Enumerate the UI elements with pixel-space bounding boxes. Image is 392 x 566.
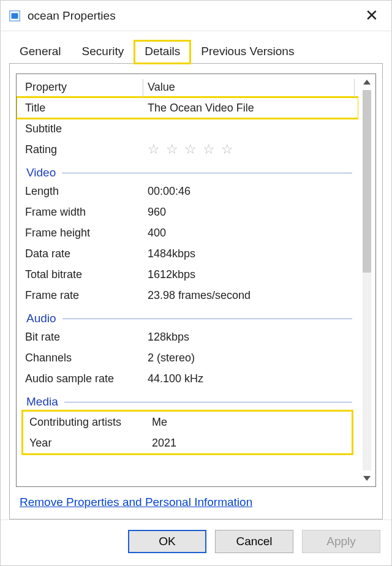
- property-row-rating[interactable]: Rating ☆ ☆ ☆ ☆ ☆: [17, 139, 358, 160]
- svg-rect-1: [12, 13, 18, 18]
- prop-value: 1484kbps: [144, 247, 353, 260]
- prop-label: Data rate: [21, 247, 144, 260]
- column-header-property[interactable]: Property: [21, 81, 144, 94]
- prop-value: 00:00:46: [144, 185, 353, 198]
- prop-label: Year: [26, 437, 148, 450]
- highlight-media-group: Contributing artists Me Year 2021: [21, 410, 353, 455]
- cancel-button[interactable]: Cancel: [215, 530, 293, 553]
- section-label: Media: [26, 395, 64, 409]
- prop-value: The Ocean Video File: [144, 102, 353, 115]
- close-icon[interactable]: ✕: [360, 6, 384, 25]
- vertical-scrollbar[interactable]: [358, 74, 375, 486]
- section-label: Audio: [26, 312, 62, 325]
- column-header-value[interactable]: Value: [144, 81, 353, 94]
- dialog-buttons: OK Cancel Apply: [1, 519, 391, 565]
- svg-marker-2: [363, 80, 371, 85]
- prop-value: 23.98 frames/second: [144, 289, 353, 302]
- prop-label: Rating: [21, 143, 144, 156]
- prop-value: 44.100 kHz: [144, 372, 353, 385]
- property-row-frame-height[interactable]: Frame height 400: [17, 222, 358, 243]
- prop-label: Frame width: [21, 206, 144, 219]
- tab-details[interactable]: Details: [134, 40, 190, 64]
- svg-marker-3: [363, 476, 371, 481]
- property-row-audio-sample-rate[interactable]: Audio sample rate 44.100 kHz: [17, 368, 358, 389]
- file-type-icon: [8, 9, 21, 23]
- prop-value: 2 (stereo): [144, 352, 353, 364]
- property-row-channels[interactable]: Channels 2 (stereo): [17, 347, 358, 368]
- prop-label: Total bitrate: [21, 268, 144, 281]
- property-list: Property Value Title The Ocean Video Fil…: [17, 74, 358, 486]
- tab-general[interactable]: General: [9, 40, 72, 64]
- ok-button[interactable]: OK: [128, 530, 206, 553]
- section-video: Video: [17, 164, 358, 181]
- prop-label: Frame rate: [21, 289, 144, 302]
- prop-label: Bit rate: [21, 331, 144, 344]
- remove-properties-link[interactable]: Remove Properties and Personal Informati…: [20, 496, 252, 508]
- prop-label: Contributing artists: [26, 416, 148, 429]
- window-title: ocean Properties: [28, 9, 360, 23]
- section-audio: Audio: [17, 309, 358, 326]
- header-divider-right: [354, 79, 355, 97]
- prop-label: Frame height: [21, 227, 144, 240]
- prop-label: Audio sample rate: [21, 372, 144, 385]
- column-header-row: Property Value: [17, 77, 358, 97]
- section-divider: [62, 319, 352, 319]
- prop-label: Title: [21, 102, 144, 115]
- scroll-track[interactable]: [363, 90, 371, 470]
- tab-previous-versions[interactable]: Previous Versions: [190, 40, 304, 64]
- prop-value: 128kbps: [144, 331, 353, 344]
- section-divider: [62, 173, 352, 173]
- section-divider: [64, 402, 352, 402]
- rating-stars-icon[interactable]: ☆ ☆ ☆ ☆ ☆: [144, 142, 353, 157]
- property-row-frame-width[interactable]: Frame width 960: [17, 202, 358, 222]
- prop-value: 400: [144, 227, 353, 240]
- property-row-contributing-artists[interactable]: Contributing artists Me: [23, 412, 352, 432]
- details-panel: Property Value Title The Ocean Video Fil…: [9, 63, 383, 519]
- remove-properties-row: Remove Properties and Personal Informati…: [16, 487, 376, 513]
- prop-value: 2021: [148, 437, 349, 450]
- property-row-data-rate[interactable]: Data rate 1484kbps: [17, 243, 358, 264]
- section-media: Media: [17, 393, 358, 410]
- header-divider: [143, 79, 143, 97]
- prop-value: 1612kbps: [144, 268, 353, 281]
- property-row-frame-rate[interactable]: Frame rate 23.98 frames/second: [17, 285, 358, 306]
- properties-dialog: ocean Properties ✕ General Security Deta…: [0, 0, 392, 566]
- titlebar: ocean Properties ✕: [1, 1, 391, 31]
- scroll-down-icon[interactable]: [358, 470, 375, 486]
- prop-label: Channels: [21, 352, 144, 364]
- property-row-year[interactable]: Year 2021: [23, 432, 352, 453]
- property-row-title[interactable]: Title The Ocean Video File: [17, 97, 358, 118]
- tab-security[interactable]: Security: [72, 40, 135, 64]
- property-row-bit-rate[interactable]: Bit rate 128kbps: [17, 326, 358, 347]
- apply-button: Apply: [302, 530, 380, 553]
- prop-label: Length: [21, 185, 144, 198]
- scroll-thumb[interactable]: [363, 90, 371, 273]
- scroll-up-icon[interactable]: [358, 74, 375, 90]
- prop-value: 960: [144, 206, 353, 219]
- property-row-subtitle[interactable]: Subtitle: [17, 118, 358, 139]
- section-label: Video: [26, 166, 62, 179]
- property-row-total-bitrate[interactable]: Total bitrate 1612kbps: [17, 264, 358, 285]
- property-row-length[interactable]: Length 00:00:46: [17, 181, 358, 202]
- prop-label: Subtitle: [21, 123, 144, 135]
- property-grid: Property Value Title The Ocean Video Fil…: [16, 74, 376, 487]
- prop-value: Me: [148, 416, 349, 429]
- tab-strip: General Security Details Previous Versio…: [1, 31, 391, 63]
